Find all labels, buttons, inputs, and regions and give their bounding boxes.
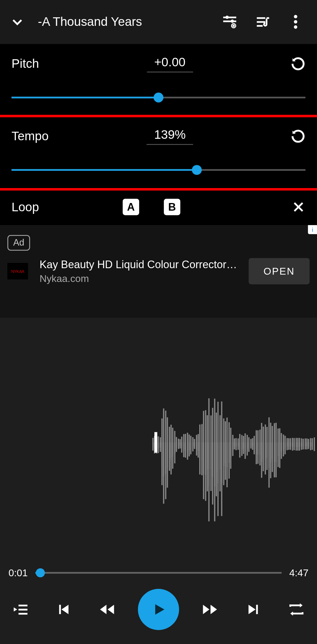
tempo-value-field[interactable]: 139% — [147, 128, 193, 145]
ad-badge: Ad — [7, 235, 30, 251]
playlist-icon[interactable] — [246, 14, 279, 29]
waveform-area[interactable] — [0, 318, 317, 567]
track-title: -A Thousand Years — [30, 15, 213, 29]
pitch-value-field[interactable]: +0.00 — [147, 55, 193, 72]
settings-sliders-icon[interactable] — [213, 14, 246, 29]
svg-rect-7 — [257, 25, 263, 27]
svg-marker-24 — [210, 605, 217, 614]
ad-open-button[interactable]: OPEN — [249, 258, 310, 284]
queue-icon[interactable] — [8, 601, 33, 618]
previous-track-button[interactable] — [51, 602, 76, 616]
progress-row: 0:01 4:47 — [0, 567, 317, 583]
pitch-reset-button[interactable] — [291, 56, 305, 71]
repeat-icon[interactable] — [284, 601, 309, 618]
svg-point-9 — [294, 15, 297, 18]
svg-point-2 — [225, 16, 229, 19]
svg-point-11 — [294, 25, 297, 29]
svg-rect-0 — [223, 16, 236, 18]
svg-rect-1 — [223, 20, 236, 22]
svg-marker-19 — [61, 605, 68, 614]
tempo-panel: Tempo 139% — [0, 116, 317, 188]
svg-marker-21 — [108, 605, 114, 614]
ad-banner: i Ad NYKAA Kay Beauty HD Liquid Colour C… — [0, 225, 317, 318]
ad-info-icon[interactable]: i — [308, 225, 317, 234]
progress-slider[interactable] — [36, 569, 282, 577]
current-time: 0:01 — [6, 567, 31, 579]
ad-thumbnail[interactable]: NYKAA — [7, 263, 28, 279]
pitch-slider[interactable] — [11, 93, 305, 102]
play-button[interactable] — [138, 589, 179, 630]
ad-title[interactable]: Kay Beauty HD Liquid Colour Corrector… — [40, 258, 237, 271]
loop-panel: Loop A B — [0, 188, 317, 225]
svg-rect-6 — [257, 21, 265, 23]
svg-rect-8 — [267, 17, 269, 19]
loop-close-button[interactable] — [291, 200, 306, 214]
tempo-label: Tempo — [11, 129, 98, 143]
collapse-chevron-icon[interactable] — [5, 15, 30, 29]
tempo-slider[interactable] — [11, 166, 305, 174]
more-menu-icon[interactable] — [279, 14, 312, 29]
total-time: 4:47 — [286, 567, 311, 579]
svg-marker-23 — [203, 605, 209, 614]
svg-rect-16 — [18, 613, 27, 615]
fast-forward-button[interactable] — [198, 602, 222, 616]
svg-point-3 — [231, 19, 234, 23]
loop-a-button[interactable]: A — [123, 199, 139, 215]
svg-rect-5 — [257, 17, 265, 19]
svg-marker-25 — [249, 605, 256, 614]
svg-point-4 — [231, 23, 236, 28]
svg-rect-18 — [59, 605, 61, 614]
top-bar: -A Thousand Years — [0, 0, 317, 43]
svg-rect-14 — [18, 605, 27, 606]
playhead-indicator — [154, 432, 157, 453]
pitch-label: Pitch — [11, 57, 98, 71]
loop-b-button[interactable]: B — [164, 199, 180, 215]
svg-rect-15 — [18, 609, 27, 611]
next-track-button[interactable] — [241, 602, 266, 616]
tempo-reset-button[interactable] — [291, 129, 305, 143]
svg-rect-26 — [256, 605, 258, 614]
rewind-button[interactable] — [95, 602, 119, 616]
loop-label: Loop — [11, 200, 98, 214]
svg-marker-20 — [100, 605, 107, 614]
pitch-panel: Pitch +0.00 — [0, 43, 317, 116]
ad-source: Nykaa.com — [40, 273, 237, 284]
svg-marker-17 — [14, 607, 17, 611]
svg-point-10 — [294, 20, 297, 23]
playback-controls — [0, 583, 317, 644]
svg-marker-22 — [155, 604, 164, 615]
